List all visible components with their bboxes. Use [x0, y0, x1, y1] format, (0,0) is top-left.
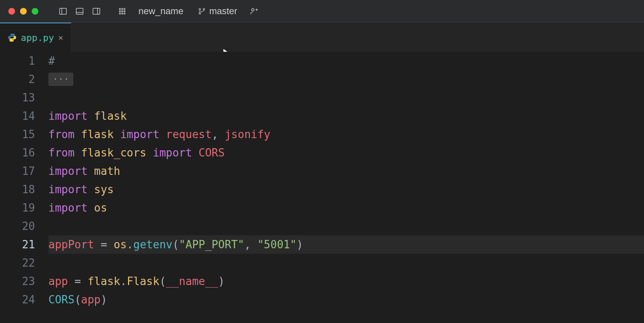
project-name[interactable]: new_name [134, 6, 188, 17]
code-line [48, 217, 644, 235]
code-line: from flask_cors import CORS [48, 144, 644, 162]
code-line [48, 88, 644, 107]
tab-bar: app.py × [0, 23, 644, 52]
code-line: # [48, 52, 644, 70]
code-content[interactable]: # ··· import flask from flask import req… [47, 52, 644, 323]
apps-grid-icon[interactable] [116, 5, 128, 18]
line-number-gutter: 1 2 13 14 15 16 17 18 19 20 21 22 23 24 [0, 52, 47, 323]
code-line: import os [48, 199, 644, 217]
code-editor[interactable]: 1 2 13 14 15 16 17 18 19 20 21 22 23 24 … [0, 52, 644, 323]
close-window-button[interactable] [8, 8, 15, 15]
svg-point-7 [122, 8, 123, 10]
line-number: 1 [0, 52, 35, 70]
svg-point-15 [199, 8, 201, 10]
svg-point-11 [124, 10, 125, 12]
git-branch-label: master [209, 6, 237, 17]
code-line: app = flask.Flask(__name__) [48, 272, 644, 290]
svg-rect-0 [60, 8, 67, 14]
code-line: CORS(app) [48, 290, 644, 309]
project-name-label: new_name [138, 6, 184, 17]
svg-point-18 [252, 8, 254, 11]
window-controls [8, 8, 38, 15]
git-branch-icon [198, 7, 206, 15]
tab-filename: app.py [21, 33, 54, 43]
svg-point-12 [119, 13, 121, 14]
maximize-window-button[interactable] [32, 8, 38, 15]
svg-point-14 [124, 13, 125, 14]
svg-point-16 [199, 13, 201, 14]
line-number: 15 [0, 125, 35, 144]
svg-point-8 [124, 8, 125, 10]
close-tab-button[interactable]: × [58, 33, 63, 43]
svg-rect-2 [76, 8, 83, 14]
line-number: 19 [0, 199, 35, 217]
svg-point-13 [122, 13, 123, 14]
line-number: 16 [0, 144, 35, 162]
svg-point-9 [119, 10, 121, 12]
svg-point-10 [122, 10, 123, 12]
code-line: import flask [48, 107, 644, 125]
code-line-folded[interactable]: ··· [48, 70, 644, 88]
line-number: 18 [0, 180, 35, 199]
line-number: 24 [0, 290, 35, 309]
line-number: 14 [0, 107, 35, 125]
line-number: 13 [0, 88, 35, 107]
line-number: 2 [0, 70, 35, 88]
code-line: from flask import request, jsonify [48, 125, 644, 144]
code-line: import math [48, 162, 644, 180]
titlebar: new_name master [0, 0, 644, 23]
fold-indicator[interactable]: ··· [48, 73, 73, 86]
code-line-current: appPort = os.getenv("APP_PORT", "5001") [48, 235, 644, 254]
svg-rect-4 [93, 8, 100, 14]
add-collaborator-icon[interactable] [247, 5, 260, 18]
panel-right-icon[interactable] [90, 5, 103, 18]
line-number: 20 [0, 217, 35, 235]
code-line [48, 254, 644, 272]
git-branch[interactable]: master [194, 6, 242, 17]
svg-point-6 [119, 8, 121, 10]
panel-left-icon[interactable] [57, 5, 69, 18]
line-number: 17 [0, 162, 35, 180]
line-number: 23 [0, 272, 35, 290]
code-line: import sys [48, 180, 644, 199]
layout-controls [57, 5, 103, 18]
tab-app-py[interactable]: app.py × [0, 23, 71, 52]
python-file-icon [8, 33, 17, 42]
line-number: 21 [0, 235, 35, 254]
line-number: 22 [0, 254, 35, 272]
panel-bottom-icon[interactable] [73, 5, 86, 18]
svg-point-17 [203, 8, 205, 10]
minimize-window-button[interactable] [20, 8, 27, 15]
